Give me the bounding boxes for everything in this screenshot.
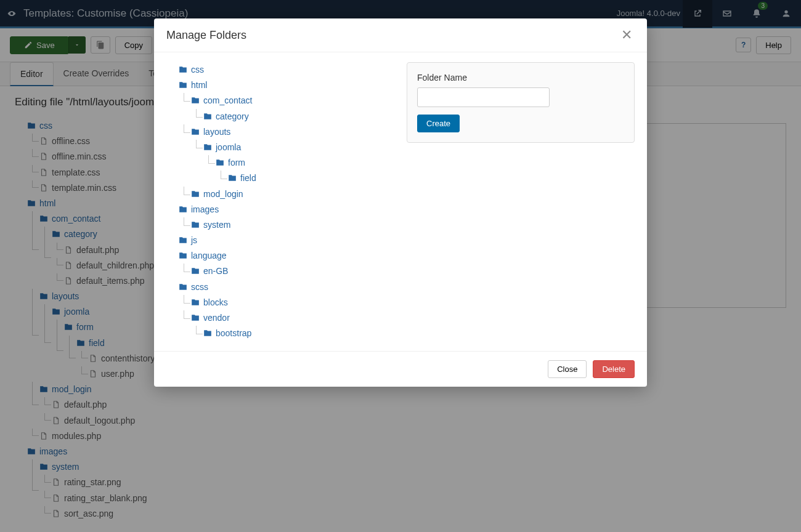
folder-item[interactable]: layouts bbox=[191, 124, 394, 140]
folder-icon bbox=[203, 140, 212, 155]
folder-icon bbox=[179, 280, 187, 295]
tree-item-label: field bbox=[240, 171, 256, 186]
folder-item[interactable]: joomla bbox=[203, 140, 394, 155]
tree-item-label: css bbox=[191, 62, 204, 78]
tree-item-label: layouts bbox=[203, 124, 230, 140]
folder-item[interactable]: scss bbox=[179, 280, 394, 295]
tree-item-label: language bbox=[191, 248, 227, 264]
close-icon[interactable]: ✕ bbox=[619, 27, 635, 43]
tree-item-label: vendor bbox=[203, 310, 230, 326]
manage-folders-modal: Manage Folders ✕ csshtmlcom_contactcateg… bbox=[154, 18, 647, 387]
folder-icon bbox=[203, 326, 212, 341]
folder-item[interactable]: js bbox=[179, 233, 394, 248]
folder-icon bbox=[179, 248, 187, 264]
tree-item-label: html bbox=[191, 78, 207, 93]
modal-body: csshtmlcom_contactcategorylayoutsjoomlaf… bbox=[154, 52, 647, 351]
tree-item-label: form bbox=[228, 155, 245, 171]
modal-header: Manage Folders ✕ bbox=[154, 18, 647, 52]
folder-item[interactable]: bootstrap bbox=[203, 326, 394, 341]
folder-item[interactable]: form bbox=[216, 155, 394, 171]
folder-item[interactable]: system bbox=[191, 217, 394, 233]
folder-item[interactable]: field bbox=[228, 171, 394, 186]
folder-icon bbox=[228, 171, 237, 186]
modal-folder-tree: csshtmlcom_contactcategorylayoutsjoomlaf… bbox=[166, 62, 394, 341]
create-button[interactable]: Create bbox=[417, 115, 460, 132]
folder-icon bbox=[203, 109, 212, 124]
folder-icon bbox=[191, 187, 200, 202]
folder-icon bbox=[191, 264, 200, 279]
folder-item[interactable]: blocks bbox=[191, 295, 394, 310]
create-folder-panel: Folder Name Create bbox=[407, 62, 635, 143]
folder-item[interactable]: vendor bbox=[191, 310, 394, 326]
delete-button[interactable]: Delete bbox=[593, 360, 635, 378]
folder-icon bbox=[191, 124, 200, 140]
tree-item-label: system bbox=[203, 217, 230, 233]
folder-item[interactable]: css bbox=[179, 62, 394, 78]
tree-item-label: category bbox=[216, 109, 249, 124]
modal-overlay: Manage Folders ✕ csshtmlcom_contactcateg… bbox=[0, 0, 801, 531]
tree-item-label: blocks bbox=[203, 295, 228, 310]
modal-footer: Close Delete bbox=[154, 351, 647, 387]
tree-item-label: js bbox=[191, 233, 197, 248]
folder-icon bbox=[191, 93, 200, 108]
folder-item[interactable]: images bbox=[179, 202, 394, 217]
folder-item[interactable]: mod_login bbox=[191, 187, 394, 202]
folder-item[interactable]: en-GB bbox=[191, 264, 394, 279]
tree-item-label: scss bbox=[191, 280, 208, 295]
tree-item-label: bootstrap bbox=[216, 326, 251, 341]
folder-icon bbox=[179, 233, 187, 248]
modal-title: Manage Folders bbox=[166, 29, 619, 42]
folder-item[interactable]: html bbox=[179, 78, 394, 93]
close-button[interactable]: Close bbox=[548, 360, 587, 378]
folder-icon bbox=[179, 202, 187, 217]
tree-item-label: images bbox=[191, 202, 219, 217]
folder-icon bbox=[191, 217, 200, 233]
folder-item[interactable]: language bbox=[179, 248, 394, 264]
tree-item-label: mod_login bbox=[203, 187, 243, 202]
tree-item-label: com_contact bbox=[203, 93, 252, 108]
folder-icon bbox=[179, 62, 187, 78]
folder-item[interactable]: com_contact bbox=[191, 93, 394, 108]
tree-item-label: en-GB bbox=[203, 264, 228, 279]
folder-icon bbox=[191, 295, 200, 310]
folder-icon bbox=[191, 310, 200, 326]
folder-name-label: Folder Name bbox=[417, 73, 624, 83]
folder-icon bbox=[216, 155, 224, 171]
folder-name-input[interactable] bbox=[417, 87, 550, 107]
tree-item-label: joomla bbox=[216, 140, 241, 155]
folder-item[interactable]: category bbox=[203, 109, 394, 124]
folder-icon bbox=[179, 78, 187, 93]
